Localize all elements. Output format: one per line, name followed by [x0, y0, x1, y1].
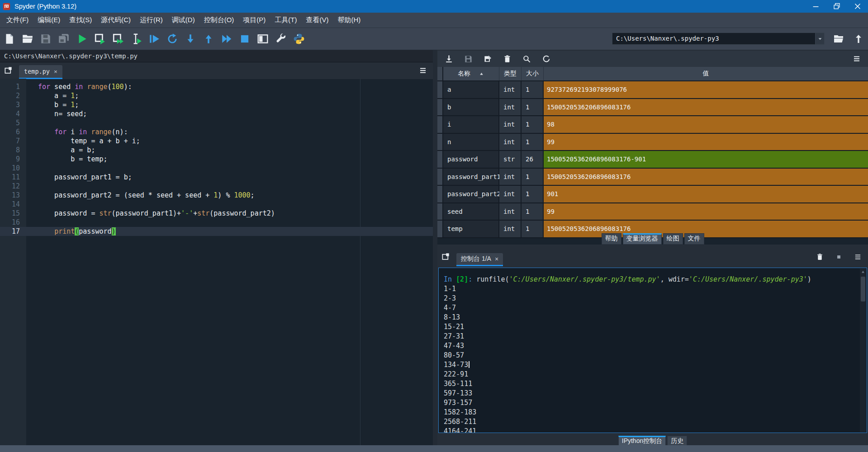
console-output-line: 1-1 — [444, 284, 858, 294]
table-row[interactable]: iint198 — [437, 116, 868, 134]
main-toolbar: C:\Users\Nanxer\.spyder-py3 — [0, 28, 868, 50]
code-editor[interactable]: 1for seed in range(100):2 a = 1;3 b = 1;… — [0, 79, 433, 445]
line-number: 14 — [0, 200, 26, 209]
run-cell-advance-icon[interactable] — [112, 33, 124, 45]
code-text — [26, 164, 38, 173]
window-maximize-icon[interactable] — [826, 0, 847, 13]
pane-tab[interactable]: 绘图 — [663, 233, 683, 245]
menu-item[interactable]: 源代码(C) — [96, 16, 135, 24]
browse-workdir-icon[interactable] — [832, 33, 844, 45]
column-header-name[interactable]: 名称 — [443, 67, 499, 80]
debug-file-icon[interactable] — [148, 33, 160, 45]
python-path-manager-icon[interactable] — [293, 33, 305, 45]
code-line: 11 password_part1 = b; — [0, 173, 433, 182]
parent-dir-icon[interactable] — [852, 33, 864, 45]
step-return-icon[interactable] — [202, 33, 214, 45]
menu-item[interactable]: 查看(V) — [301, 16, 333, 24]
remove-variable-icon[interactable] — [503, 55, 512, 63]
variable-size: 1 — [522, 203, 544, 220]
working-directory-value[interactable]: C:\Users\Nanxer\.spyder-py3 — [612, 33, 816, 45]
variable-name: i — [443, 116, 499, 133]
search-variable-icon[interactable] — [522, 55, 531, 63]
variable-explorer-toolbar — [437, 51, 868, 67]
table-row[interactable]: nint199 — [437, 134, 868, 151]
working-directory-combobox[interactable]: C:\Users\Nanxer\.spyder-py3 — [612, 33, 825, 45]
line-number: 13 — [0, 191, 26, 200]
menu-item[interactable]: 项目(P) — [238, 16, 270, 24]
console-output-line: 27-31 — [444, 332, 858, 341]
interrupt-kernel-icon[interactable] — [835, 254, 842, 260]
variable-table-body: aint1927372692193078999076bint1150052053… — [437, 81, 868, 238]
variable-value: 1500520536206896083176-901 — [544, 151, 868, 168]
table-row[interactable]: aint1927372692193078999076 — [437, 81, 868, 99]
close-icon[interactable]: × — [495, 255, 498, 263]
code-text: print(password) — [26, 227, 116, 236]
browse-tabs-icon[interactable] — [441, 252, 450, 261]
column-header-value[interactable]: 值 — [544, 67, 868, 80]
dropdown-arrow-icon[interactable] — [816, 33, 825, 45]
open-file-icon[interactable] — [21, 33, 33, 45]
table-row[interactable]: password_part2int1901 — [437, 186, 868, 203]
save-data-as-icon[interactable] — [484, 55, 492, 63]
run-cell-icon[interactable] — [94, 33, 106, 45]
browse-tabs-icon[interactable] — [4, 66, 13, 75]
menu-item[interactable]: 编辑(E) — [33, 16, 65, 24]
menu-item[interactable]: 工具(T) — [270, 16, 301, 24]
stop-debugging-icon[interactable] — [238, 33, 251, 45]
code-line: 14 — [0, 200, 433, 209]
table-row[interactable]: seedint199 — [437, 203, 868, 221]
console-scrollbar[interactable] — [860, 268, 866, 432]
window-close-icon[interactable] — [847, 0, 868, 13]
menu-item[interactable]: 控制台(O) — [199, 16, 239, 24]
continue-execution-icon[interactable] — [220, 33, 232, 45]
pane-tab[interactable]: 变量浏览器 — [623, 233, 662, 245]
preferences-icon[interactable] — [275, 33, 287, 45]
variable-size: 26 — [522, 151, 544, 168]
menu-item[interactable]: 文件(F) — [2, 16, 33, 24]
table-row[interactable]: passwordstr261500520536206896083176-901 — [437, 151, 868, 169]
run-selection-icon[interactable] — [130, 33, 142, 45]
run-current-line-icon[interactable] — [166, 33, 178, 45]
table-row[interactable]: bint11500520536206896083176 — [437, 99, 868, 117]
table-row[interactable]: password_part1int11500520536206896083176 — [437, 169, 868, 186]
code-line: 17 print(password) — [0, 227, 433, 236]
import-data-icon[interactable] — [445, 55, 453, 63]
pane-tab[interactable]: 帮助 — [602, 233, 621, 245]
scrollbar-thumb[interactable] — [861, 277, 865, 301]
options-menu-icon[interactable] — [853, 55, 861, 63]
menu-item[interactable]: 调试(D) — [167, 16, 199, 24]
close-icon[interactable]: × — [54, 68, 57, 75]
code-text: b = temp; — [26, 155, 108, 164]
editor-tab[interactable]: temp.py × — [19, 65, 62, 79]
menu-item[interactable]: 查找(S) — [65, 16, 96, 24]
column-header-size[interactable]: 大小 — [522, 67, 544, 80]
options-menu-icon[interactable] — [419, 66, 427, 75]
run-file-icon[interactable] — [76, 33, 88, 45]
step-into-icon[interactable] — [184, 33, 196, 45]
options-menu-icon[interactable] — [854, 253, 862, 261]
variable-size: 1 — [522, 169, 544, 185]
code-text — [26, 182, 38, 191]
save-data-icon[interactable] — [464, 55, 473, 63]
console-output-line: 222-91 — [444, 370, 858, 379]
save-file-icon[interactable] — [39, 33, 52, 45]
console-output[interactable]: In [2]: runfile('C:/Users/Nanxer/.spyder… — [438, 268, 867, 433]
code-text: for seed in range(100): — [26, 82, 132, 91]
refresh-variables-icon[interactable] — [542, 55, 550, 63]
remove-all-variables-icon[interactable] — [816, 253, 824, 261]
window-minimize-icon[interactable] — [806, 0, 826, 13]
code-text: temp = a + b + i; — [26, 137, 140, 146]
menu-item[interactable]: 运行(R) — [135, 16, 167, 24]
maximize-pane-icon[interactable] — [256, 33, 269, 45]
new-file-icon[interactable] — [3, 33, 15, 45]
pane-tab[interactable]: 文件 — [684, 233, 704, 245]
column-header-type[interactable]: 类型 — [499, 67, 522, 80]
scroll-up-icon[interactable] — [861, 270, 865, 274]
status-bar — [0, 445, 868, 452]
window-controls — [806, 0, 868, 13]
title-bar: Spyder (Python 3.12) — [0, 0, 868, 13]
console-output-line: 597-133 — [444, 389, 858, 398]
menu-item[interactable]: 帮助(H) — [333, 16, 365, 24]
save-all-icon[interactable] — [57, 33, 70, 45]
console-tab[interactable]: 控制台 1/A × — [456, 253, 503, 266]
